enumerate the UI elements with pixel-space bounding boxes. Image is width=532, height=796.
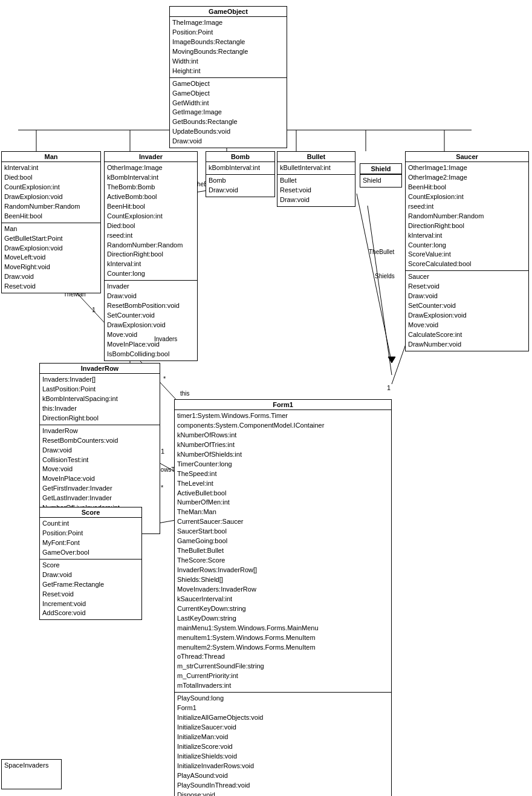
shield-class: Shield Shield [360,163,402,188]
shield-methods: Shield [360,174,401,187]
form1-title: Form1 [175,400,391,410]
shield-title: Shield [360,164,401,174]
bomb-methods: Bomb Draw:void [206,174,274,197]
invader-class: Invader OtherImage:Image kBombInterval:i… [104,151,198,361]
score-class: Score Count:int Position:Point MyFont:Fo… [39,507,142,620]
invader-fields: OtherImage:Image kBombInterval:int TheBo… [105,162,197,280]
score-title: Score [40,507,141,518]
saucer-methods: Saucer Reset:void Draw:void SetCounter:v… [406,270,528,351]
gameobject-fields: TheImage:Image Position:Point ImageBound… [170,17,287,77]
invaderrow-fields: Invaders:Invader[] LastPosition:Point kB… [40,374,160,425]
bullet-methods: Bullet Reset:void Draw:void [277,174,355,206]
bullet-title: Bullet [277,152,355,162]
svg-line-15 [368,206,392,375]
bullet-class: Bullet kBulletInterval:int Bullet Reset:… [277,151,355,207]
gameobject-title: GameObject [170,7,287,17]
bullet-fields: kBulletInterval:int [277,162,355,174]
man-class: Man kInterval:int Died:bool CountExplosi… [1,151,101,293]
spaceinvaders-label: SpaceInvaders [2,760,61,772]
invader-title: Invader [105,152,197,162]
svg-text:*: * [163,375,166,382]
man-methods: Man GetBulletStart:Point DrawExplosion:v… [2,223,100,293]
man-title: Man [2,152,100,162]
gameobject-methods: GameObject GameObject GetWidth:int GetIm… [170,77,287,148]
spaceinvaders-class: SpaceInvaders [1,759,62,789]
saucer-class: Saucer OtherImage1:Image OtherImage2:Ima… [405,151,529,351]
svg-text:1: 1 [161,448,164,455]
svg-text:TheBullet: TheBullet [369,249,394,255]
svg-marker-13 [388,357,395,363]
svg-text:Shields: Shields [375,273,395,279]
score-fields: Count:int Position:Point MyFont:Font Gam… [40,518,141,559]
form1-methods: PlaySound:long Form1 InitializeAllGameOb… [175,692,391,796]
svg-text:1: 1 [92,306,96,313]
form1-fields: timer1:System.Windows.Forms.Timer compon… [175,410,391,692]
man-fields: kInterval:int Died:bool CountExplosion:i… [2,162,100,223]
form1-class: Form1 timer1:System.Windows.Forms.Timer … [174,399,392,796]
gameobject-class: GameObject TheImage:Image Position:Point… [169,6,287,148]
saucer-title: Saucer [406,152,528,162]
invaderrow-title: InvaderRow [40,364,160,374]
svg-line-12 [357,194,392,363]
invader-methods: Invader Draw:void ResetBombPosition:void… [105,280,197,360]
bomb-title: Bomb [206,152,274,162]
svg-text:1: 1 [387,384,391,391]
invaders-label: Invaders [154,336,177,342]
bomb-class: Bomb kBombInterval:int Bomb Draw:void [206,151,275,197]
svg-text:*: * [161,484,164,491]
score-methods: Score Draw:void GetFrame:Rectangle Reset… [40,559,141,620]
this-label: this [180,390,190,397]
bomb-fields: kBombInterval:int [206,162,274,174]
saucer-fields: OtherImage1:Image OtherImage2:Image Been… [406,162,528,270]
